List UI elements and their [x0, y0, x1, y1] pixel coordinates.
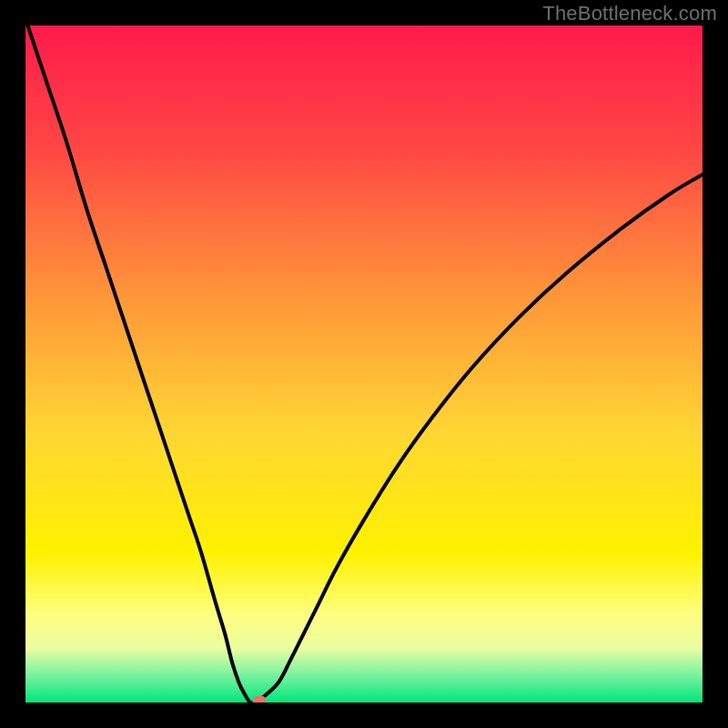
highlight-dot: [253, 696, 266, 703]
plot-area: [25, 25, 703, 703]
chart-frame: TheBottleneck.com: [0, 0, 728, 728]
bottleneck-curve: [25, 25, 703, 703]
watermark-label: TheBottleneck.com: [542, 2, 717, 25]
